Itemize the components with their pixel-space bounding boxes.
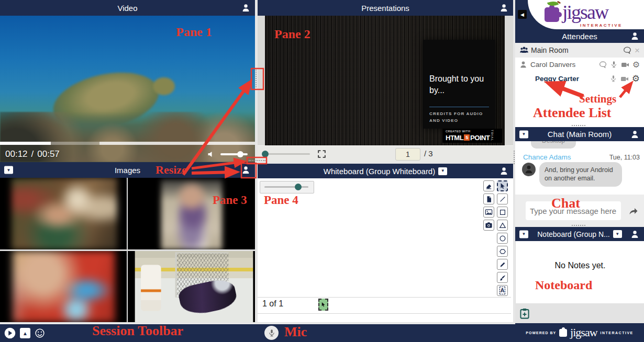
camera-icon[interactable] (621, 61, 629, 69)
mic-icon[interactable] (610, 61, 618, 69)
chat-message-input[interactable] (526, 201, 621, 220)
progress-buffered (99, 142, 255, 145)
footer-tagline: INTERACTIVE (601, 331, 634, 335)
video-progress-bar[interactable] (0, 142, 255, 145)
send-message-icon[interactable] (628, 206, 639, 216)
toddler-photo (161, 179, 222, 249)
video-time: 00:12 / 00:57 (0, 149, 60, 159)
noteboard-menu-chevron[interactable]: ▼ (519, 230, 528, 238)
sidebar-resize-handle[interactable] (572, 125, 585, 126)
page-number-input[interactable] (395, 148, 420, 161)
rectangle-tool-icon[interactable] (497, 207, 508, 218)
attendees-header: Attendees (515, 29, 644, 43)
up-triangle-icon: ▲ (23, 330, 28, 336)
chat-bubble-icon[interactable] (599, 61, 607, 69)
volume-slider[interactable] (220, 153, 248, 155)
noteboard-header: ▼ Noteboard (Group N... ▼ (515, 227, 644, 241)
circle-tool-icon[interactable] (497, 233, 508, 244)
line-tool-icon[interactable] (497, 193, 508, 204)
image-thumbnail[interactable] (0, 251, 127, 322)
person-icon[interactable] (241, 166, 250, 175)
message-sender: Chance Adams (523, 153, 571, 161)
room-row[interactable]: Main Room × (515, 43, 644, 58)
pane-resize-handle[interactable] (249, 160, 265, 161)
hockey-player-white (141, 265, 161, 311)
pane-resize-handle[interactable] (256, 70, 257, 87)
pane-resize-handle[interactable] (514, 151, 515, 164)
presentation-stage[interactable]: Brought to you by... CREDITS FOR AUDIO A… (258, 16, 513, 145)
noteboard-select-chevron[interactable]: ▼ (613, 230, 622, 238)
person-icon[interactable] (499, 167, 508, 176)
message-timestamp: Tue, 11:03 (609, 154, 640, 161)
brush-tool-icon[interactable] (497, 272, 508, 283)
chevron-down-icon: ▼ (522, 232, 526, 236)
chat-message-list[interactable]: Desktop Chance Adams Tue, 11:03 And, bri… (515, 141, 644, 195)
add-note-clipboard-icon[interactable] (519, 306, 530, 320)
image-thumbnail[interactable] (0, 178, 127, 249)
presentation-slider[interactable] (265, 153, 310, 155)
whiteboard-menu-chevron[interactable]: ▼ (438, 167, 447, 175)
jigsaw-logo-tagline: INTERACTIVE (580, 23, 623, 28)
badge-trial: TRIAL (491, 130, 494, 141)
noteboard-title: Noteboard (Group N... (537, 230, 610, 238)
attendee-row[interactable]: Carol Danvers ⚙ (515, 58, 644, 72)
expand-toolbar-icon[interactable] (4, 327, 16, 339)
sidebar: ◀ jigsaw INTERACTIVE Attendees Main Room… (515, 0, 644, 342)
video-duration: 00:57 (37, 149, 60, 159)
fullscreen-icon[interactable] (317, 150, 326, 158)
raise-hand-button[interactable]: ▲ (20, 328, 30, 338)
whiteboard-page-label: 1 of 1 (262, 299, 283, 309)
person-icon[interactable] (630, 32, 639, 41)
emoji-icon[interactable] (35, 328, 45, 338)
video-time-separator: / (31, 149, 34, 159)
video-player[interactable]: 00:12 / 00:57 (0, 16, 255, 162)
video-current-time: 00:12 (5, 149, 28, 159)
export-document-icon[interactable] (483, 193, 494, 204)
whiteboard-canvas[interactable]: A 1 of 1 (258, 178, 513, 322)
image-thumbnail[interactable] (128, 178, 255, 249)
triangle-tool-icon[interactable] (497, 220, 508, 231)
presentations-pane-header: Presentations (258, 0, 513, 16)
group-icon (519, 45, 529, 55)
collapse-sidebar-button[interactable]: ◀ (518, 10, 527, 19)
noteboard-content[interactable]: No Notes yet. (515, 241, 644, 303)
images-grid (0, 178, 255, 322)
insert-image-icon[interactable] (483, 207, 494, 218)
person-icon[interactable] (499, 4, 508, 13)
gear-icon[interactable]: ⚙ (632, 61, 640, 69)
select-tool-icon[interactable] (497, 180, 508, 191)
jigsaw-logo-text: jigsaw (562, 2, 608, 22)
attendee-name: Carol Danvers (530, 61, 575, 69)
family-photo (12, 178, 117, 249)
sidebar-resize-handle[interactable] (572, 225, 585, 226)
whiteboard-zoom-slider[interactable] (260, 181, 314, 193)
gear-icon[interactable]: ⚙ (632, 74, 640, 83)
chat-bubble-icon[interactable] (623, 46, 631, 54)
person-icon[interactable] (630, 130, 639, 139)
attendee-row[interactable]: Peggy Carter ⚙ (515, 72, 644, 86)
person-icon (519, 61, 527, 69)
person-icon[interactable] (241, 4, 250, 13)
mic-icon[interactable] (609, 75, 617, 83)
hexagon-tool-icon[interactable] (497, 246, 508, 257)
avatar (522, 163, 536, 176)
speaker-icon[interactable] (207, 150, 216, 158)
close-icon[interactable]: × (635, 46, 640, 55)
chat-menu-chevron[interactable]: ▼ (519, 130, 528, 138)
volume-knob[interactable] (237, 151, 243, 157)
mic-button[interactable] (264, 326, 279, 340)
jigsaw-footer-logo-icon (559, 329, 567, 337)
camera-icon[interactable] (620, 75, 629, 83)
presentation-slider-knob[interactable] (262, 151, 269, 157)
chat-title: Chat (Main Room) (548, 130, 612, 139)
snapshot-camera-icon[interactable] (483, 220, 494, 231)
chat-input-area (515, 195, 644, 227)
person-icon[interactable] (630, 230, 639, 238)
slide-divider (429, 107, 489, 107)
text-tool-icon[interactable]: A (497, 285, 508, 296)
images-menu-chevron[interactable]: ▼ (4, 166, 13, 174)
eraser-tool-icon[interactable] (483, 180, 494, 191)
pencil-tool-icon[interactable] (497, 259, 508, 270)
image-thumbnail[interactable] (128, 251, 255, 322)
zoom-knob[interactable] (295, 184, 302, 190)
